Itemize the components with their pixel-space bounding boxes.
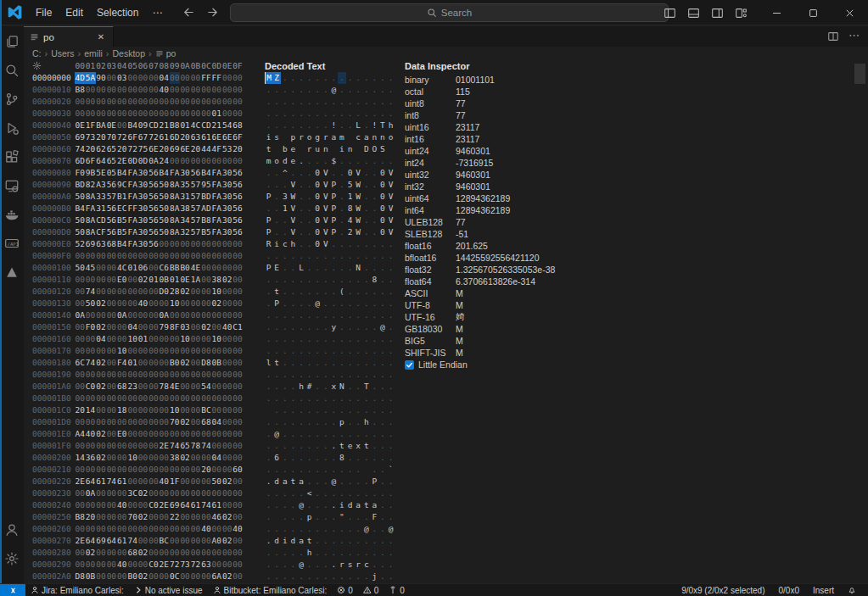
decoded-char[interactable]: . xyxy=(338,357,346,369)
decoded-char[interactable]: . xyxy=(289,321,298,333)
hex-byte[interactable]: 65 xyxy=(106,143,116,155)
decoded-char[interactable]: . xyxy=(378,333,387,345)
hex-byte[interactable]: 00 xyxy=(106,559,116,571)
hex-byte[interactable]: 00 xyxy=(148,428,159,440)
decoded-char[interactable]: 0 xyxy=(313,203,322,214)
decoded-char[interactable]: . xyxy=(322,404,330,416)
decoded-char[interactable]: . xyxy=(297,345,305,357)
decoded-char[interactable]: . xyxy=(322,321,330,333)
decoded-char[interactable]: . xyxy=(281,559,289,571)
decoded-char[interactable]: ( xyxy=(338,286,346,298)
hex-byte[interactable]: 04 xyxy=(127,321,137,333)
decoded-char[interactable]: 0 xyxy=(313,191,322,203)
decoded-char[interactable]: . xyxy=(362,84,371,96)
decoded-char[interactable]: . xyxy=(305,274,314,286)
hex-byte[interactable]: 00 xyxy=(117,452,127,464)
checkbox-checked-icon[interactable] xyxy=(405,360,414,370)
hex-byte[interactable]: 00 xyxy=(106,72,116,84)
hex-byte[interactable]: 00 xyxy=(170,393,180,404)
hex-byte[interactable]: 00 xyxy=(148,452,159,464)
hex-byte[interactable]: 74 xyxy=(170,440,180,452)
decoded-char[interactable]: . xyxy=(313,404,322,416)
hex-byte[interactable]: 00 xyxy=(232,333,243,345)
decoded-char[interactable]: . xyxy=(387,250,395,262)
decoded-char[interactable]: . xyxy=(338,96,346,108)
decoded-char[interactable]: . xyxy=(305,416,314,428)
hex-byte[interactable]: B4 xyxy=(201,167,211,179)
hex-byte[interactable]: 00 xyxy=(75,333,85,345)
hex-byte[interactable]: 02 xyxy=(96,428,106,440)
hex-byte[interactable]: 00 xyxy=(148,416,159,428)
decoded-char[interactable]: . xyxy=(362,476,371,487)
decoded-char[interactable]: 0 xyxy=(346,167,355,179)
hex-byte[interactable]: 00 xyxy=(85,416,95,428)
hex-byte[interactable]: 00 xyxy=(117,96,127,108)
hex-byte[interactable]: 00 xyxy=(117,393,127,404)
hex-byte[interactable]: FA xyxy=(127,167,137,179)
decoded-char[interactable]: . xyxy=(265,120,273,131)
decoded-char[interactable]: . xyxy=(338,404,346,416)
decoded-char[interactable]: . xyxy=(387,547,395,559)
hex-byte[interactable]: 00 xyxy=(232,416,243,428)
hex-byte[interactable]: EC xyxy=(117,203,127,214)
decoded-char[interactable]: . xyxy=(354,298,362,309)
decoded-char[interactable]: . xyxy=(322,108,330,120)
hex-byte[interactable]: 00 xyxy=(106,416,116,428)
decoded-char[interactable]: . xyxy=(362,345,371,357)
decoded-char[interactable]: . xyxy=(362,535,371,547)
hex-byte[interactable]: 00 xyxy=(106,345,116,357)
decoded-char[interactable]: . xyxy=(338,72,346,84)
hex-byte[interactable]: 56 xyxy=(106,226,116,238)
decoded-char[interactable]: . xyxy=(378,357,387,369)
decoded-char[interactable]: . xyxy=(272,464,281,476)
hex-byte[interactable]: 2E xyxy=(159,440,169,452)
hex-byte[interactable]: 02 xyxy=(96,452,106,464)
hex-byte[interactable]: 9B xyxy=(85,167,95,179)
decoded-char[interactable]: t xyxy=(362,440,371,452)
hex-byte[interactable]: B4 xyxy=(117,167,127,179)
hex-byte[interactable]: 00 xyxy=(96,108,106,120)
decoded-char[interactable]: . xyxy=(362,404,371,416)
hex-byte[interactable]: AD xyxy=(201,203,211,214)
hex-byte[interactable]: 00 xyxy=(96,286,106,298)
decoded-char[interactable]: . xyxy=(371,238,379,250)
hex-byte[interactable]: 00 xyxy=(211,547,221,559)
hex-byte[interactable]: 00 xyxy=(180,298,190,309)
hex-byte[interactable]: 00 xyxy=(106,523,116,535)
hex-byte[interactable]: FA xyxy=(127,238,137,250)
decoded-char[interactable]: . xyxy=(387,274,395,286)
decoded-char[interactable]: . xyxy=(371,262,379,274)
hex-byte[interactable]: 8A xyxy=(170,214,180,226)
hex-byte[interactable]: 0A xyxy=(159,309,169,321)
decoded-char[interactable]: a xyxy=(297,535,305,547)
decoded-char[interactable]: . xyxy=(272,559,281,571)
hex-byte[interactable]: 56 xyxy=(232,191,243,203)
decoded-char[interactable]: . xyxy=(281,452,289,464)
hex-byte[interactable]: 00 xyxy=(96,96,106,108)
decoded-char[interactable]: . xyxy=(322,416,330,428)
hex-byte[interactable]: 30 xyxy=(221,226,232,238)
hex-byte[interactable]: 0D xyxy=(137,155,148,167)
decoded-char[interactable]: t xyxy=(272,357,281,369)
breadcrumb-item-emili[interactable]: emili xyxy=(84,48,103,58)
decoded-char[interactable]: i xyxy=(281,535,289,547)
hex-byte[interactable]: 54 xyxy=(201,381,211,393)
hex-byte[interactable]: B4 xyxy=(117,238,127,250)
hex-byte[interactable]: 00 xyxy=(96,404,106,416)
decoded-char[interactable]: . xyxy=(313,72,322,84)
hex-byte[interactable]: 8A xyxy=(170,226,180,238)
hex-byte[interactable]: 40 xyxy=(232,523,243,535)
hex-byte[interactable]: FA xyxy=(127,226,137,238)
decoded-char[interactable]: . xyxy=(362,286,371,298)
decoded-char[interactable]: . xyxy=(338,262,346,274)
decoded-char[interactable]: . xyxy=(272,381,281,393)
decoded-char[interactable]: . xyxy=(354,464,362,476)
hex-byte[interactable]: 02 xyxy=(221,274,232,286)
hex-byte[interactable]: 54 xyxy=(221,120,232,131)
decoded-char[interactable]: . xyxy=(362,179,371,191)
decoded-char[interactable]: . xyxy=(265,369,273,381)
decoded-char[interactable]: . xyxy=(378,571,387,582)
decoded-char[interactable]: 1 xyxy=(346,191,355,203)
decoded-char[interactable]: . xyxy=(387,369,395,381)
little-endian-row[interactable]: Little Endian xyxy=(405,359,468,370)
